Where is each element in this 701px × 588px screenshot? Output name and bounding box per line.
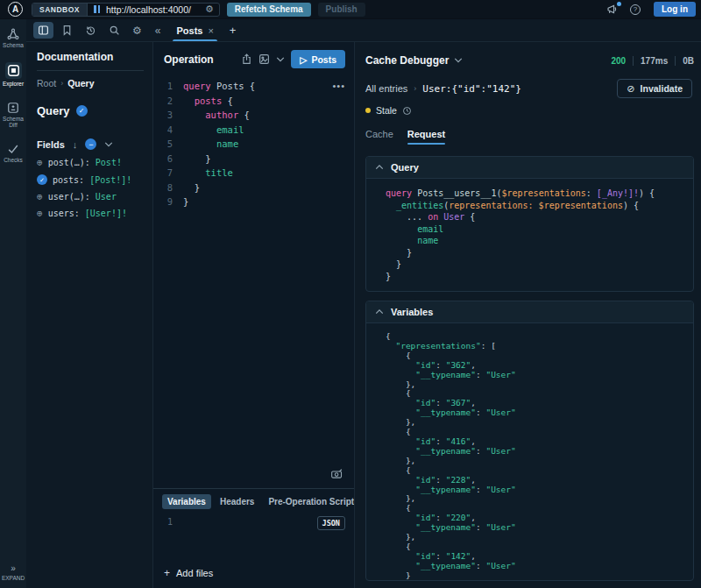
tab-request[interactable]: Request — [407, 121, 445, 147]
saved-operations-button[interactable] — [57, 22, 77, 39]
schema-icon — [7, 28, 19, 40]
field-selected-check-icon[interactable]: ✓ — [37, 174, 47, 185]
panel-icon — [38, 25, 49, 36]
query-section: Query query Posts__users__1($representat… — [365, 156, 694, 292]
search-icon — [109, 25, 120, 36]
field-type-link[interactable]: User — [96, 192, 117, 202]
field-row-posts[interactable]: ✓ posts: [Post!]! — [37, 174, 144, 185]
screenshot-icon[interactable] — [330, 468, 343, 479]
nav-explorer[interactable]: Explorer — [3, 62, 24, 87]
tab-headers[interactable]: Headers — [215, 494, 259, 509]
app-window: A SANDBOX http://localhost:4000/ ⚙ Refet… — [0, 0, 701, 588]
cache-entry-key: User:{"id":"142"} — [422, 83, 521, 95]
operation-bottom-panel: Variables Headers Pre-Operation Script P… — [153, 488, 354, 588]
login-button[interactable]: Log in — [654, 2, 696, 17]
variables-editor[interactable]: 1 JSON — [153, 514, 354, 560]
stale-label: Stale — [376, 105, 397, 116]
add-field-icon[interactable]: ⊕ — [37, 192, 43, 202]
plus-icon: + — [164, 567, 170, 579]
endpoint-url[interactable]: http://localhost:4000/ — [106, 4, 191, 15]
request-query-code[interactable]: query Posts__users__1($representations: … — [386, 188, 684, 282]
json-format-badge[interactable]: JSON — [317, 516, 345, 530]
refetch-schema-button[interactable]: Refetch Schema — [227, 3, 311, 17]
field-type-link[interactable]: [Post!]! — [89, 175, 131, 185]
chevron-right-icon: › — [60, 79, 63, 88]
nav-schema[interactable]: Schema — [3, 28, 24, 48]
tab-pre-operation-script[interactable]: Pre-Operation Script — [263, 494, 354, 509]
request-variables-json[interactable]: { "representations": [ { "id": "362", "_… — [386, 332, 684, 580]
apollo-logo[interactable]: A — [8, 2, 23, 17]
share-operation-icon[interactable] — [241, 53, 252, 65]
chevron-right-icon: › — [414, 84, 416, 93]
endpoint-url-bar[interactable]: SANDBOX http://localhost:4000/ ⚙ — [32, 3, 220, 17]
notification-dot — [617, 2, 621, 6]
operation-editor[interactable]: 1query Posts {2 posts {3 author {4 email… — [153, 74, 354, 488]
variables-section-header[interactable]: Variables — [366, 301, 693, 323]
sandbox-badge: SANDBOX — [32, 4, 88, 16]
chevron-up-icon — [375, 308, 384, 315]
history-button[interactable] — [81, 22, 101, 39]
operation-code[interactable]: 1query Posts {2 posts {3 author {4 email… — [153, 79, 347, 209]
field-row-post[interactable]: ⊕ post(…): Post! — [37, 158, 144, 167]
chevron-down-icon[interactable] — [276, 56, 285, 63]
line-number: 1 — [153, 517, 173, 527]
tab-variables[interactable]: Variables — [162, 494, 211, 509]
line-options-icon[interactable]: ••• — [332, 81, 345, 91]
field-row-users[interactable]: ⊕ users: [User!]! — [37, 209, 144, 218]
explorer-toolbar: ⚙ « Posts × + — [26, 19, 701, 42]
play-icon: ▷ — [300, 54, 307, 65]
debugger-tabs: Cache Request — [365, 121, 694, 147]
search-button[interactable] — [104, 22, 124, 39]
schema-diff-icon — [7, 102, 19, 114]
field-row-user[interactable]: ⊕ user(…): User — [37, 192, 144, 202]
checks-icon — [7, 143, 19, 155]
query-section-header[interactable]: Query — [366, 157, 693, 179]
collapse-panel-icon[interactable]: « — [155, 25, 161, 37]
history-icon — [85, 25, 96, 36]
tab-cache[interactable]: Cache — [365, 121, 393, 147]
field-type-link[interactable]: Post! — [96, 158, 122, 167]
announcements-icon[interactable] — [602, 4, 622, 15]
nav-checks[interactable]: Checks — [4, 143, 23, 163]
operation-panel: Operation ▷ Posts — [153, 42, 355, 588]
type-selected-check-icon[interactable]: ✓ — [76, 105, 88, 117]
chevron-down-icon[interactable] — [454, 57, 463, 64]
explorer-settings-button[interactable]: ⚙ — [128, 22, 146, 39]
sort-fields-icon[interactable]: ↓ — [73, 139, 78, 150]
breadcrumb-current: Query — [67, 78, 94, 89]
run-operation-button[interactable]: ▷ Posts — [291, 50, 345, 68]
expand-icon: » — [11, 563, 16, 573]
deselect-all-fields-icon[interactable]: − — [85, 138, 96, 150]
breadcrumb: Root › Query — [37, 78, 144, 89]
connection-settings-gear-icon[interactable]: ⚙ — [200, 4, 219, 14]
nav-schema-diff[interactable]: Schema Diff — [0, 102, 26, 129]
tab-posts[interactable]: Posts × — [167, 19, 222, 41]
chevron-down-icon[interactable] — [104, 141, 113, 148]
documentation-panel: Documentation Root › Query Query ✓ Field… — [26, 42, 153, 588]
add-field-icon[interactable]: ⊕ — [37, 209, 43, 218]
type-title: Query — [37, 104, 70, 117]
pause-icon[interactable] — [94, 5, 100, 13]
documentation-title: Documentation — [37, 51, 144, 63]
stale-status-dot — [365, 108, 371, 113]
invalidate-icon: ⊘ — [627, 83, 634, 95]
cache-debugger-title[interactable]: Cache Debugger — [365, 54, 449, 67]
explorer-icon — [7, 64, 20, 77]
field-type-link[interactable]: [User!]! — [85, 209, 127, 218]
save-to-collection-icon[interactable] — [258, 53, 270, 65]
close-tab-icon[interactable]: × — [208, 25, 213, 36]
gear-icon: ⚙ — [132, 25, 142, 37]
expand-sidebar-button[interactable]: » EXPAND — [2, 563, 25, 581]
response-size: 0B — [683, 56, 694, 66]
breadcrumb-root[interactable]: Root — [37, 78, 56, 89]
publish-button[interactable]: Publish — [318, 3, 365, 17]
response-stats: 200 177ms 0B — [611, 56, 694, 66]
help-icon[interactable]: ? — [626, 4, 645, 15]
add-field-icon[interactable]: ⊕ — [37, 158, 43, 167]
fields-label: Fields — [37, 139, 65, 150]
all-entries-link[interactable]: All entries — [365, 83, 407, 94]
toggle-documentation-panel-button[interactable] — [33, 22, 53, 39]
new-tab-button[interactable]: + — [223, 24, 244, 37]
add-files-button[interactable]: + Add files — [153, 560, 354, 588]
invalidate-button[interactable]: ⊘ Invalidate — [617, 79, 692, 98]
